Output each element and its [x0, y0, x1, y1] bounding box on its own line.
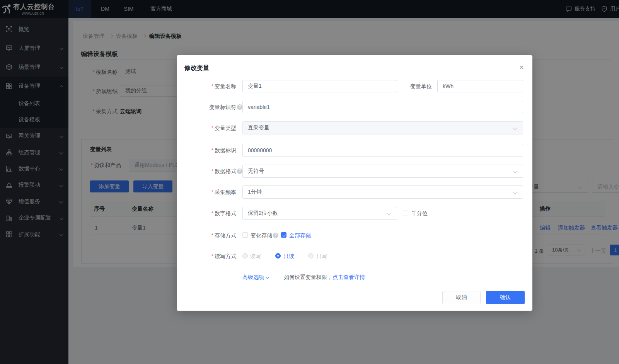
close-icon[interactable]: ✕ — [518, 64, 525, 71]
all-storage-label: 全部存储 — [289, 232, 311, 239]
name-input[interactable]: 变量1 — [242, 80, 397, 92]
dataid-input[interactable]: 00000000 — [242, 144, 523, 157]
dialog-title: 修改变量 — [184, 64, 209, 72]
help-icon[interactable]: ? — [237, 104, 242, 110]
format-select[interactable]: 无符号 — [242, 165, 523, 178]
unit-input[interactable]: kWh — [437, 80, 523, 92]
freq-label: *采集频率 — [177, 189, 236, 196]
view-details-link[interactable]: 点击查看详情 — [333, 274, 365, 280]
numfmt-label: *数字格式 — [177, 210, 236, 217]
type-select[interactable]: 直采变量 — [242, 121, 523, 134]
identifier-label: 变量标识符 — [177, 104, 236, 111]
unit-label: 变量单位 — [378, 83, 432, 90]
identifier-input[interactable]: variable1 — [242, 101, 523, 113]
writeonly-option-label: 只写 — [316, 253, 327, 260]
edit-variable-dialog: 修改变量 ✕ *变量名称 变量1 变量单位 kWh 变量标识符 ? variab… — [177, 55, 532, 311]
change-storage-checkbox[interactable] — [242, 232, 248, 238]
cancel-button[interactable]: 取消 — [442, 291, 481, 304]
all-storage-checkbox[interactable] — [281, 232, 286, 238]
advanced-options-toggle[interactable]: 高级选项 — [242, 274, 264, 281]
help-icon[interactable]: ? — [237, 168, 242, 174]
readonly-radio[interactable] — [275, 253, 281, 259]
chevron-down-icon — [266, 276, 269, 279]
type-label: *变量类型 — [177, 125, 236, 132]
thousands-checkbox[interactable] — [403, 211, 408, 216]
format-label: *数据格式 — [177, 168, 236, 175]
readonly-option-label: 只读 — [283, 253, 294, 260]
rw-option-label: 读写 — [250, 253, 261, 260]
thousands-label: 千分位 — [411, 210, 428, 217]
help-icon[interactable]: ? — [273, 233, 278, 238]
rw-label: *读写方式 — [177, 253, 236, 260]
storage-label: *存储方式 — [177, 232, 236, 239]
dataid-label: *数据标识 — [177, 147, 236, 154]
rw-radio[interactable] — [242, 253, 248, 259]
freq-select[interactable]: 1分钟 — [242, 185, 523, 199]
permission-hint-row: 如何设置变量权限，点击查看详情 — [284, 274, 365, 281]
writeonly-radio[interactable] — [308, 253, 314, 259]
name-label: *变量名称 — [177, 83, 236, 90]
confirm-button[interactable]: 确认 — [486, 291, 525, 304]
permission-hint: 如何设置变量权限， — [284, 274, 333, 280]
change-storage-label: 变化存储 — [251, 232, 272, 239]
numfmt-select[interactable]: 保留2位小数 — [242, 207, 397, 220]
